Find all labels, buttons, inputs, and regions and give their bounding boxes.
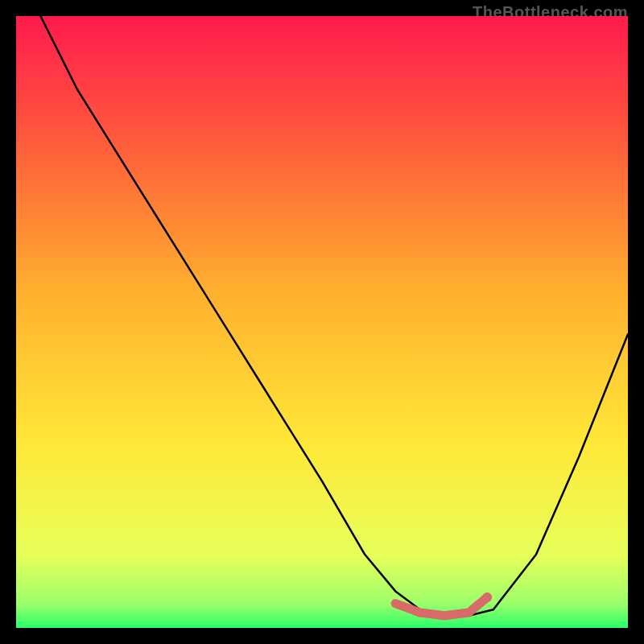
chart-container: TheBottleneck.com [0, 0, 644, 644]
plot-area [16, 16, 628, 628]
gradient-background [16, 16, 628, 628]
chart-svg [16, 16, 628, 628]
sweet-spot-endpoint [482, 592, 492, 602]
